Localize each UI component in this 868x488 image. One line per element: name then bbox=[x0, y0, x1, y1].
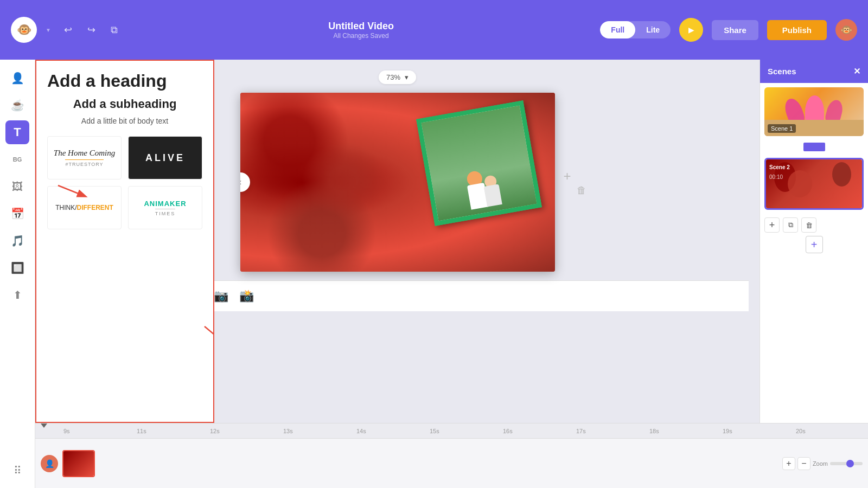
redo-button[interactable]: ↪ bbox=[83, 22, 100, 38]
scene-2-controls: + ⧉ 🗑 bbox=[760, 214, 868, 236]
sidebar-item-music[interactable]: 🎵 bbox=[5, 229, 29, 253]
lite-toggle-button[interactable]: Lite bbox=[635, 21, 671, 38]
text-template-homecoming[interactable]: The Home Coming #TRUESTORY bbox=[47, 136, 122, 179]
text-panel-body[interactable]: Add a little bit of body text bbox=[47, 117, 202, 125]
zoom-buttons: + − Zoom bbox=[782, 457, 863, 470]
text-template-alive[interactable]: ALIVE bbox=[128, 136, 202, 179]
zoom-dropdown-icon: ▾ bbox=[405, 73, 409, 81]
save-status: All Changes Saved bbox=[131, 32, 591, 40]
text-panel: Add a heading Add a subheading Add a lit… bbox=[35, 60, 214, 423]
video-canvas[interactable]: ‹ bbox=[240, 93, 555, 272]
media-icon: 🖼 bbox=[12, 181, 23, 193]
canvas-delete-element-button[interactable]: 🗑 bbox=[577, 185, 586, 196]
tmpl-animaker-sub: TIMES bbox=[155, 209, 176, 216]
sidebar-item-calendar[interactable]: 📅 bbox=[5, 202, 29, 226]
undo-button[interactable]: ↩ bbox=[60, 22, 76, 38]
tmpl-animaker-title: ANIMAKER bbox=[144, 200, 186, 208]
zoom-minus-button[interactable]: − bbox=[797, 457, 810, 470]
logo-button[interactable]: 🐵 bbox=[11, 17, 37, 43]
timeline-clip[interactable] bbox=[62, 450, 95, 477]
scenes-close-button[interactable]: ✕ bbox=[853, 66, 860, 76]
photo-frame bbox=[416, 100, 542, 226]
sidebar-item-effects[interactable]: 🔲 bbox=[5, 256, 29, 280]
play-icon: ▶ bbox=[688, 25, 694, 34]
ruler-mark-16: 16s bbox=[502, 428, 575, 434]
canvas-add-element-button[interactable]: + bbox=[563, 169, 571, 184]
clip-preview bbox=[63, 451, 94, 476]
sidebar-item-media[interactable]: 🖼 bbox=[5, 175, 29, 198]
timeline: 9s 11s 12s 13s 14s 15s 16s 17s 18s 19s 2… bbox=[35, 423, 868, 488]
full-lite-toggle: Full Lite bbox=[600, 21, 671, 38]
sidebar-item-characters[interactable]: 👤 bbox=[5, 66, 29, 90]
header-tools: ↩ ↪ ⧉ bbox=[60, 22, 122, 38]
background-icon: BG bbox=[13, 156, 22, 163]
timeline-avatar: 👤 bbox=[41, 455, 58, 472]
header: 🐵 ▼ ↩ ↪ ⧉ Untitled Video All Changes Sav… bbox=[0, 0, 868, 60]
scene-1-thumbnail[interactable]: Scene 1 bbox=[764, 87, 864, 136]
calendar-icon: 📅 bbox=[11, 207, 24, 220]
publish-button[interactable]: Publish bbox=[767, 20, 827, 40]
share-button[interactable]: Share bbox=[712, 20, 758, 40]
text-template-think[interactable]: THINK/DIFFERENT bbox=[47, 186, 122, 229]
tmpl-homecoming-sub: #TRUESTORY bbox=[65, 159, 103, 167]
duplicate-button[interactable]: ⧉ bbox=[106, 22, 122, 38]
avatar-icon: 🐵 bbox=[840, 24, 852, 36]
effects-icon: 🔲 bbox=[11, 261, 24, 274]
coffee-icon: ☕ bbox=[11, 99, 24, 112]
scene-2-add-button[interactable]: + bbox=[764, 217, 780, 233]
scene-2-thumbnail[interactable]: Scene 2 00:10 bbox=[764, 158, 864, 210]
ruler-mark-17: 17s bbox=[575, 428, 648, 434]
rose-3 bbox=[295, 136, 392, 223]
scene-1-color-block[interactable] bbox=[803, 143, 825, 151]
ruler-mark-14: 14s bbox=[355, 428, 429, 434]
add-scene-button[interactable]: + bbox=[806, 236, 823, 253]
sidebar-item-upload[interactable]: ⬆ bbox=[5, 283, 29, 307]
annotation-arrows bbox=[36, 61, 213, 422]
scenes-title: Scenes bbox=[768, 67, 796, 76]
sidebar-item-apps[interactable]: ⠿ bbox=[5, 459, 29, 483]
camera-icon[interactable]: 📸 bbox=[239, 289, 254, 303]
music-icon: 🎵 bbox=[11, 234, 24, 247]
scene-2-delete-button[interactable]: 🗑 bbox=[801, 217, 816, 233]
scene-1-label: Scene 1 bbox=[768, 124, 796, 133]
video-title: Untitled Video bbox=[131, 21, 591, 32]
text-template-animaker[interactable]: ANIMAKER TIMES bbox=[128, 186, 202, 229]
person-icon: 👤 bbox=[11, 72, 24, 85]
user-avatar[interactable]: 🐵 bbox=[835, 19, 857, 41]
zoom-value: 73% bbox=[386, 73, 400, 81]
zoom-slider-thumb[interactable] bbox=[846, 460, 854, 467]
svg-line-1 bbox=[205, 326, 213, 354]
scene-2-copy-button[interactable]: ⧉ bbox=[783, 217, 798, 233]
text-templates: The Home Coming #TRUESTORY ALIVE THINK/D… bbox=[47, 136, 202, 229]
timeline-ruler: 9s 11s 12s 13s 14s 15s 16s 17s 18s 19s 2… bbox=[35, 423, 868, 439]
zoom-bar[interactable]: 73% ▾ bbox=[379, 70, 416, 84]
ruler-mark-19: 19s bbox=[722, 428, 795, 434]
ruler-mark-11: 11s bbox=[136, 428, 209, 434]
text-icon: T bbox=[14, 125, 21, 139]
apps-icon: ⠿ bbox=[14, 464, 22, 477]
zoom-slider[interactable] bbox=[830, 462, 863, 465]
sidebar-item-props[interactable]: ☕ bbox=[5, 93, 29, 117]
sidebar-item-text[interactable]: T bbox=[5, 120, 29, 144]
full-toggle-button[interactable]: Full bbox=[600, 21, 635, 38]
text-panel-heading[interactable]: Add a heading bbox=[47, 72, 202, 91]
timeline-tracks: 👤 + − Zoom bbox=[35, 439, 868, 488]
zoom-label: Zoom bbox=[813, 460, 828, 467]
playhead-triangle bbox=[41, 423, 47, 428]
ruler-mark-18: 18s bbox=[648, 428, 722, 434]
logo-dropdown[interactable]: ▼ bbox=[46, 27, 51, 33]
timeline-avatar-icon: 👤 bbox=[45, 459, 54, 468]
zoom-plus-button[interactable]: + bbox=[782, 457, 795, 470]
ruler-mark-20: 20s bbox=[795, 428, 868, 434]
subtitle-icon[interactable]: 📷 bbox=[214, 289, 228, 303]
ruler-mark-12: 12s bbox=[209, 428, 282, 434]
zoom-controls: + − Zoom bbox=[782, 457, 863, 470]
scene-2-image: Scene 2 00:10 bbox=[766, 159, 862, 208]
tmpl-think-title: THINK/DIFFERENT bbox=[55, 204, 113, 211]
ruler-mark-9: 9s bbox=[62, 428, 136, 434]
text-panel-subheading[interactable]: Add a subheading bbox=[47, 97, 202, 111]
left-sidebar: 👤 ☕ T BG 🖼 📅 🎵 🔲 ⬆ ⠿ bbox=[0, 60, 35, 488]
sidebar-item-background[interactable]: BG bbox=[5, 147, 29, 171]
ruler-mark-15: 15s bbox=[429, 428, 502, 434]
play-preview-button[interactable]: ▶ bbox=[679, 18, 703, 42]
